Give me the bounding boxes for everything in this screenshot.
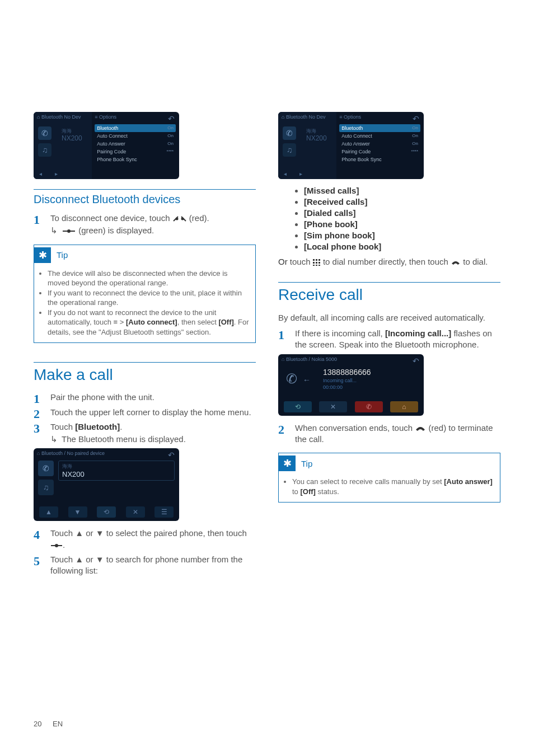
home-icon: ⌂ <box>37 114 40 120</box>
phone-icon: ✆ <box>38 126 51 140</box>
tip-label: Tip <box>301 459 312 468</box>
nav-arrows: ◂ ▸ <box>284 171 308 177</box>
tip-box-disconnect: ✱ Tip The device will also be disconnect… <box>34 245 256 344</box>
opt-autoconnect: Auto ConnectOn <box>95 132 176 140</box>
tip-receive-1: You can select to receive calls manually… <box>292 477 494 496</box>
page-lang: EN <box>53 720 63 728</box>
caller-number: 13888886666 <box>323 368 371 377</box>
heading-disconnect: Disconnect Bluetooth devices <box>34 193 256 206</box>
device-label: NX200 <box>306 134 327 142</box>
svg-rect-12 <box>316 262 317 264</box>
options-list: BluetoothOn Auto ConnectOn Auto AnswerOn… <box>95 124 176 163</box>
phone-icon: ✆ <box>283 126 296 140</box>
svg-rect-9 <box>316 259 317 261</box>
nav-arrows: ◂ ▸ <box>39 171 63 177</box>
tip-item-1: The device will also be disconnected whe… <box>48 269 250 288</box>
down-icon: ▼ <box>96 528 104 538</box>
down-icon: ▼ <box>96 555 104 564</box>
music-icon: ♫ <box>38 480 54 495</box>
keypad-icon <box>313 259 321 266</box>
fig-breadcrumb: ⌂ Bluetooth No Dev <box>37 114 81 120</box>
back-icon: ↶ <box>168 450 175 459</box>
svg-rect-8 <box>313 259 315 261</box>
bottom-toolbar: ▲ ▼ ⟲ ✕ ☰ <box>39 506 174 518</box>
page-footer: 20 EN <box>34 720 63 728</box>
call-time: 00:00:00 <box>323 384 343 390</box>
up-icon: ▲ <box>75 555 83 564</box>
tip-box-receive: ✱ Tip You can select to receive calls ma… <box>278 453 500 503</box>
dial-phone-icon <box>451 259 461 266</box>
opt-pbsync: Phone Book Sync <box>339 156 420 163</box>
back-icon: ↶ <box>168 114 175 123</box>
opt-pairingcode: Pairing Code**** <box>339 148 420 156</box>
hangup-icon <box>415 425 426 432</box>
svg-rect-15 <box>316 265 317 266</box>
page-number: 20 <box>34 720 41 728</box>
svg-point-3 <box>181 218 184 220</box>
makecall-step-4: Touch ▲ or ▼ to select the paired phone,… <box>34 528 256 551</box>
screenshot-incoming-call: ⌂ Bluetooth / Nokia 5000 ↶ ✆ ← 138888866… <box>278 354 424 416</box>
screenshot-bt-options-2: ⌂ Bluetooth No Dev ✆ ♫ 海海 NX200 ≡ Option… <box>278 112 424 179</box>
btn-refresh: ⟲ <box>284 401 312 412</box>
list-localbook: [Local phone book] <box>304 242 500 251</box>
options-list: BluetoothOn Auto ConnectOn Auto AnswerOn… <box>339 124 420 163</box>
phone-icon: ✆ <box>38 461 54 476</box>
heading-receive: Receive call <box>278 286 500 304</box>
screenshot-bt-options: ⌂ Bluetooth No Dev ✆ ♫ 海海 NX200 ≡ Option… <box>34 112 179 179</box>
makecall-step-5: Touch ▲ or ▼ to search for phone number … <box>34 554 256 577</box>
makecall-step-3: Touch [Bluetooth]. The Bluetooth menu is… <box>34 421 256 445</box>
svg-point-1 <box>175 218 178 220</box>
fig3-breadcrumb: ⌂ Bluetooth / Nokia 5000 <box>282 356 337 362</box>
svg-rect-10 <box>318 259 320 261</box>
menu-icon: ≡ <box>114 318 118 326</box>
screenshot-bt-menu: ⌂ Bluetooth / No paired device ↶ ✆ ♫ 海海 … <box>34 448 179 521</box>
call-toolbar: ⟲ ✕ ✆ ⌂ <box>284 401 418 412</box>
btn-menu: ☰ <box>154 506 174 518</box>
list-dialed: [Dialed calls] <box>304 208 500 218</box>
opt-bluetooth: BluetoothOn <box>95 124 176 132</box>
opt-pairingcode: Pairing Code**** <box>95 148 176 156</box>
opt-autoanswer: Auto AnswerOn <box>339 140 420 148</box>
back-icon: ↶ <box>413 114 419 123</box>
svg-rect-11 <box>313 262 315 264</box>
btn-cancel: ✕ <box>319 401 347 412</box>
svg-point-5 <box>67 229 71 233</box>
receive-step-1: If there is incoming call, [Incoming cal… <box>278 328 500 351</box>
receive-step-2: When conversation ends, touch (red) to t… <box>278 422 500 445</box>
btn-home: ⌂ <box>390 401 418 412</box>
device-box: 海海 NX200 <box>58 461 175 481</box>
music-icon: ♫ <box>38 143 51 157</box>
green-link-icon <box>62 228 76 234</box>
red-disconnect-icon <box>172 215 187 222</box>
call-type-list: [Missed calls] [Received calls] [Dialed … <box>278 186 500 251</box>
makecall-step-2: Touch the upper left corner to display t… <box>34 407 256 418</box>
incoming-label: Incoming call... <box>323 378 357 383</box>
btn-hangup: ✆ <box>355 401 383 412</box>
disconnect-step-1: To disconnect one device, touch (red). (… <box>34 213 256 237</box>
tip-star-icon: ✱ <box>34 247 51 263</box>
phone-icon: ✆ <box>286 371 297 387</box>
list-phonebook: [Phone book] <box>304 219 500 229</box>
device-label: NX200 <box>62 134 82 142</box>
btn-down: ▼ <box>68 506 87 518</box>
opt-bluetooth: BluetoothOn <box>339 124 420 132</box>
svg-rect-13 <box>318 262 320 264</box>
btn-close: ✕ <box>126 506 145 518</box>
btn-link: ⟲ <box>97 506 116 518</box>
opt-pbsync: Phone Book Sync <box>95 156 176 163</box>
fig2-breadcrumb: ⌂ Bluetooth / No paired device <box>37 450 105 456</box>
opt-autoanswer: Auto AnswerOn <box>95 140 176 148</box>
tip-star-icon: ✱ <box>279 456 296 471</box>
svg-rect-14 <box>313 265 315 266</box>
back-icon: ↶ <box>413 356 419 365</box>
list-simbook: [Sim phone book] <box>304 231 500 240</box>
link-icon <box>50 543 63 548</box>
arrow-icon: ← <box>303 375 311 384</box>
receive-intro: By default, all incoming calls are recei… <box>278 312 500 323</box>
makecall-step-1: Pair the phone with the unit. <box>34 392 256 403</box>
tip-item-2: If you want to reconnect the device to t… <box>48 288 250 308</box>
opt-autoconnect: Auto ConnectOn <box>339 132 420 140</box>
svg-point-7 <box>55 544 58 547</box>
btn-up: ▲ <box>39 506 58 518</box>
up-icon: ▲ <box>75 528 83 538</box>
